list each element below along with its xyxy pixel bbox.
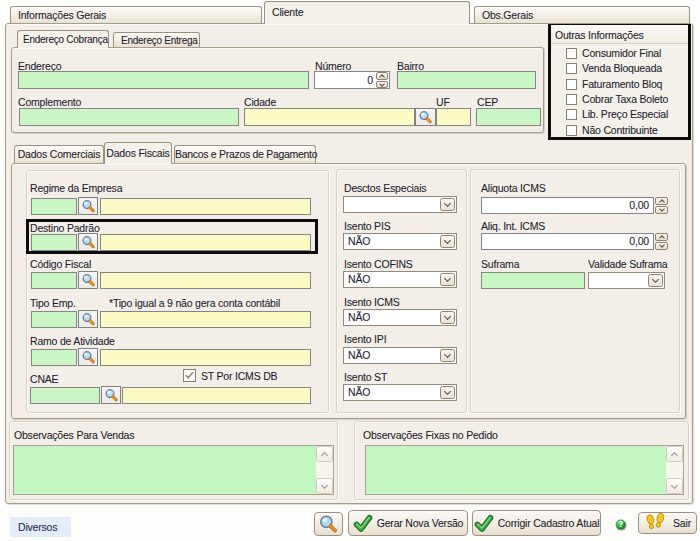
svg-text:?: ? [618, 520, 623, 529]
